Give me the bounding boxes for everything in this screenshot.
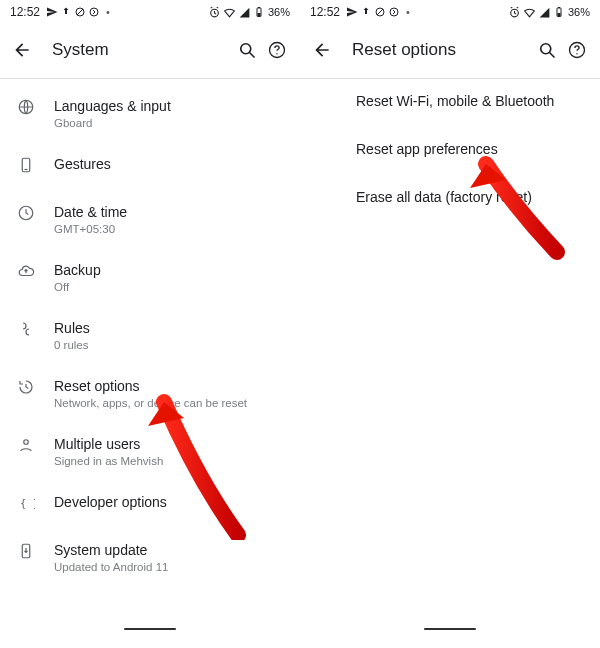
search-button[interactable] (232, 35, 262, 65)
header: Reset options (300, 24, 600, 76)
svg-rect-6 (257, 13, 260, 16)
svg-line-1 (77, 9, 83, 15)
chevron-icon (88, 6, 100, 18)
wifi-icon (223, 6, 236, 19)
battery-icon (253, 6, 265, 18)
header: System (0, 24, 300, 76)
user-icon (12, 435, 40, 454)
row-sub: Signed in as Mehvish (54, 454, 163, 469)
status-bar: 12:52 • 36% (0, 0, 300, 24)
svg-line-26 (550, 53, 555, 58)
svg-point-15 (24, 440, 29, 445)
row-sub: Off (54, 280, 101, 295)
alarm-icon (508, 6, 521, 19)
upload-icon (360, 6, 372, 18)
status-bar: 12:52 • 36% (300, 0, 600, 24)
send-icon (346, 6, 358, 18)
row-system-update[interactable]: System update Updated to Android 11 (0, 529, 300, 587)
alarm-icon (208, 6, 221, 19)
row-title: Date & time (54, 203, 127, 221)
cell-signal-icon (238, 6, 251, 19)
row-sub: Updated to Android 11 (54, 560, 168, 575)
svg-line-19 (377, 9, 383, 15)
row-multiple-users[interactable]: Multiple users Signed in as Mehvish (0, 423, 300, 481)
svg-point-20 (390, 8, 398, 16)
rules-icon (12, 319, 40, 338)
nosign-icon (374, 6, 386, 18)
svg-point-25 (541, 44, 551, 54)
chevron-icon (388, 6, 400, 18)
reset-icon (12, 377, 40, 396)
row-title: Gestures (54, 155, 111, 173)
option-reset-app-prefs[interactable]: Reset app preferences (300, 127, 600, 171)
wifi-icon (523, 6, 536, 19)
row-title: Backup (54, 261, 101, 279)
nosign-icon (74, 6, 86, 18)
battery-percent: 36% (268, 6, 290, 18)
svg-point-10 (276, 53, 277, 54)
page-title: System (52, 40, 232, 60)
svg-line-8 (250, 53, 255, 58)
help-button[interactable] (262, 35, 292, 65)
svg-point-7 (241, 44, 251, 54)
battery-icon (553, 6, 565, 18)
svg-rect-24 (557, 13, 560, 16)
row-title: Reset options (54, 377, 247, 395)
row-sub: 0 rules (54, 338, 90, 353)
svg-rect-5 (258, 7, 260, 8)
status-more-dot: • (106, 6, 110, 18)
svg-rect-23 (558, 7, 560, 8)
gestures-icon (12, 155, 40, 174)
row-sub: Gboard (54, 116, 171, 131)
svg-text:{ }: { } (20, 497, 35, 509)
row-sub: Network, apps, or device can be reset (54, 396, 247, 411)
home-indicator[interactable] (424, 628, 476, 631)
svg-point-28 (576, 53, 577, 54)
row-date-time[interactable]: Date & time GMT+05:30 (0, 191, 300, 249)
row-title: Multiple users (54, 435, 163, 453)
row-reset-options[interactable]: Reset options Network, apps, or device c… (0, 365, 300, 423)
upload-icon (60, 6, 72, 18)
row-developer-options[interactable]: { } Developer options (0, 481, 300, 529)
search-button[interactable] (532, 35, 562, 65)
row-title: System update (54, 541, 168, 559)
braces-icon: { } (12, 493, 40, 512)
row-backup[interactable]: Backup Off (0, 249, 300, 307)
row-sub: GMT+05:30 (54, 222, 127, 237)
send-icon (46, 6, 58, 18)
row-gestures[interactable]: Gestures (0, 143, 300, 191)
option-erase-all[interactable]: Erase all data (factory reset) (300, 175, 600, 219)
help-button[interactable] (562, 35, 592, 65)
globe-icon (12, 97, 40, 116)
back-button[interactable] (308, 36, 336, 64)
system-update-icon (12, 541, 40, 560)
battery-percent: 36% (568, 6, 590, 18)
status-more-dot: • (406, 6, 410, 18)
option-reset-wifi[interactable]: Reset Wi-Fi, mobile & Bluetooth (300, 79, 600, 123)
row-title: Rules (54, 319, 90, 337)
clock-icon (12, 203, 40, 222)
status-time: 12:52 (10, 5, 40, 19)
page-title: Reset options (352, 40, 532, 60)
svg-point-2 (90, 8, 98, 16)
home-indicator[interactable] (124, 628, 176, 631)
cloud-icon (12, 261, 40, 280)
status-time: 12:52 (310, 5, 340, 19)
row-languages-input[interactable]: Languages & input Gboard (0, 85, 300, 143)
row-title: Languages & input (54, 97, 171, 115)
cell-signal-icon (538, 6, 551, 19)
row-title: Developer options (54, 493, 167, 511)
back-button[interactable] (8, 36, 36, 64)
row-rules[interactable]: Rules 0 rules (0, 307, 300, 365)
